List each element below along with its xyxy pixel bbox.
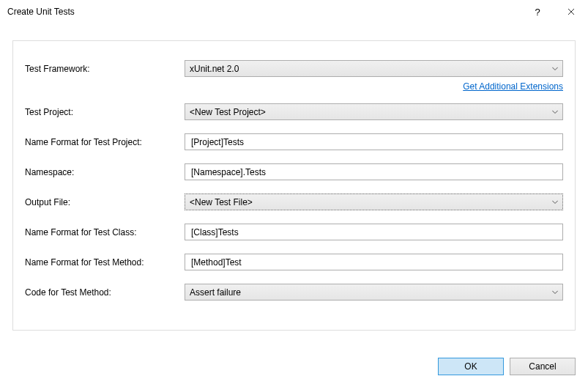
titlebar: Create Unit Tests ? — [0, 0, 588, 23]
name-format-project-input[interactable] — [185, 133, 563, 150]
ok-button[interactable]: OK — [438, 358, 504, 375]
settings-panel: Test Framework: xUnit.net 2.0 Get Additi… — [12, 40, 576, 331]
name-format-method-input[interactable] — [185, 254, 563, 270]
label-test-framework: Test Framework: — [25, 64, 185, 74]
test-framework-dropdown[interactable]: xUnit.net 2.0 — [185, 60, 563, 77]
label-code-for-method: Code for Test Method: — [25, 287, 185, 298]
window-title: Create Unit Tests — [7, 7, 521, 17]
label-namespace: Namespace: — [25, 167, 185, 177]
test-project-value: <New Test Project> — [190, 107, 266, 117]
label-name-format-class: Name Format for Test Class: — [25, 227, 185, 237]
close-icon — [567, 7, 575, 18]
label-name-format-method: Name Format for Test Method: — [25, 257, 185, 268]
name-format-class-input[interactable] — [185, 224, 563, 240]
label-test-project: Test Project: — [25, 107, 185, 117]
help-button[interactable]: ? — [521, 0, 554, 23]
test-project-dropdown[interactable]: <New Test Project> — [185, 103, 563, 120]
name-format-class-field[interactable] — [190, 226, 558, 238]
output-file-dropdown[interactable]: <New Test File> — [185, 194, 563, 210]
chevron-down-icon — [552, 110, 558, 114]
test-framework-value: xUnit.net 2.0 — [190, 64, 239, 74]
name-format-project-field[interactable] — [190, 136, 558, 148]
namespace-input[interactable] — [185, 163, 563, 180]
output-file-value: <New Test File> — [190, 197, 253, 207]
code-for-method-dropdown[interactable]: Assert failure — [185, 284, 563, 301]
cancel-button-label: Cancel — [529, 361, 556, 372]
cancel-button[interactable]: Cancel — [510, 358, 576, 375]
namespace-field[interactable] — [190, 166, 558, 178]
label-name-format-project: Name Format for Test Project: — [25, 137, 185, 147]
name-format-method-field[interactable] — [190, 257, 558, 268]
label-output-file: Output File: — [25, 197, 185, 207]
chevron-down-icon — [552, 67, 558, 70]
chevron-down-icon — [552, 200, 558, 204]
dialog-footer: OK Cancel — [0, 358, 588, 375]
code-for-method-value: Assert failure — [190, 287, 241, 298]
help-icon: ? — [535, 7, 540, 18]
ok-button-label: OK — [464, 361, 477, 372]
chevron-down-icon — [552, 290, 558, 294]
close-button[interactable] — [554, 0, 588, 23]
get-additional-extensions-link[interactable]: Get Additional Extensions — [463, 81, 563, 92]
create-unit-tests-dialog: Create Unit Tests ? Test Framework: xUni… — [0, 0, 588, 387]
